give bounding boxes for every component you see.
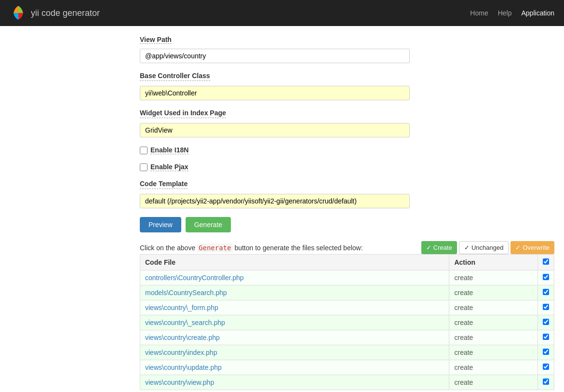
legend-buttons: ✓ Create ✓ Unchanged ✓ Overwrite (421, 241, 554, 254)
enable-i18n-checkbox[interactable] (140, 147, 148, 154)
create-check-icon: ✓ (426, 244, 431, 251)
file-link[interactable]: views\country\update.php (145, 364, 222, 371)
base-controller-input[interactable] (140, 86, 410, 100)
info-generate-word: Generate (197, 243, 232, 252)
row-checkbox-cell (538, 360, 554, 375)
legend-create-label: Create (433, 244, 452, 251)
legend-unchanged-btn[interactable]: ✓ Unchanged (459, 241, 509, 254)
row-checkbox[interactable] (543, 334, 549, 340)
row-checkbox[interactable] (543, 289, 549, 295)
action-cell: create (449, 270, 538, 285)
row-checkbox-cell (538, 285, 554, 300)
view-path-label: View Path (140, 36, 172, 44)
row-checkbox-cell (538, 345, 554, 360)
legend-overwrite-label: Overwrite (523, 244, 550, 251)
widget-label: Widget Used in Index Page (140, 109, 226, 118)
navbar: yii code generator Home Help Application (0, 0, 564, 26)
main-content: View Path Base Controller Class Widget U… (0, 26, 564, 392)
file-cell: views\country\update.php (140, 360, 449, 375)
table-row: views\country\create.phpcreate (140, 330, 554, 345)
nav-application[interactable]: Application (522, 9, 555, 17)
table-row: views\country\index.phpcreate (140, 345, 554, 360)
view-path-group: View Path (140, 36, 554, 63)
code-template-group: Code Template (140, 180, 554, 208)
row-checkbox[interactable] (543, 274, 549, 280)
row-checkbox[interactable] (543, 304, 549, 310)
col-action: Action (449, 255, 538, 270)
row-checkbox[interactable] (543, 378, 549, 385)
base-controller-label: Base Controller Class (140, 72, 210, 81)
enable-i18n-label: Enable I18N (150, 146, 188, 154)
row-checkbox-cell (538, 375, 554, 390)
file-link[interactable]: models\CountrySearch.php (145, 289, 227, 297)
file-cell: views\country\view.php (140, 375, 449, 390)
col-code-file: Code File (140, 255, 449, 270)
action-cell: create (449, 375, 538, 390)
legend-unchanged-label: Unchanged (471, 244, 504, 251)
overwrite-check-icon: ✓ (515, 244, 521, 251)
info-text-after: button to generate the files selected be… (234, 244, 363, 252)
file-link[interactable]: views\country\index.php (145, 349, 217, 356)
file-link[interactable]: views\country\create.php (145, 334, 220, 341)
widget-group: Widget Used in Index Page (140, 109, 554, 137)
base-controller-group: Base Controller Class (140, 72, 554, 100)
enable-pjax-label: Enable Pjax (150, 163, 188, 171)
info-text: Click on the above Generate button to ge… (140, 244, 363, 252)
app-title: yii code generator (31, 8, 100, 18)
action-cell: create (449, 285, 538, 300)
file-cell: views\country\_form.php (140, 300, 449, 315)
view-path-input[interactable] (140, 49, 410, 63)
unchanged-check-icon: ✓ (464, 244, 470, 251)
action-cell: create (449, 345, 538, 360)
action-cell: create (449, 360, 538, 375)
info-bar: Click on the above Generate button to ge… (140, 241, 554, 254)
table-row: views\country\view.phpcreate (140, 375, 554, 390)
yii-logo (10, 4, 27, 22)
file-cell: controllers\CountryController.php (140, 270, 449, 285)
info-text-before: Click on the above (140, 244, 195, 252)
legend-create-btn[interactable]: ✓ Create (421, 241, 457, 254)
table-row: controllers\CountryController.phpcreate (140, 270, 554, 285)
file-cell: models\CountrySearch.php (140, 285, 449, 300)
row-checkbox-cell (538, 330, 554, 345)
legend-overwrite-btn[interactable]: ✓ Overwrite (510, 241, 554, 254)
enable-pjax-group: Enable Pjax (140, 163, 554, 171)
file-link[interactable]: views\country\_form.php (145, 304, 218, 311)
table-row: views\country\update.phpcreate (140, 360, 554, 375)
row-checkbox[interactable] (543, 319, 549, 325)
preview-button[interactable]: Preview (140, 217, 181, 232)
enable-pjax-checkbox[interactable] (140, 163, 148, 171)
select-all-checkbox[interactable] (543, 258, 549, 265)
file-cell: views\country\create.php (140, 330, 449, 345)
code-template-input[interactable] (140, 194, 410, 208)
file-cell: views\country\index.php (140, 345, 449, 360)
nav-links: Home Help Application (470, 9, 554, 17)
file-link[interactable]: views\country\_search.php (145, 319, 225, 326)
row-checkbox-cell (538, 315, 554, 330)
nav-help[interactable]: Help (498, 9, 512, 17)
action-cell: create (449, 330, 538, 345)
row-checkbox[interactable] (543, 349, 549, 355)
action-cell: create (449, 315, 538, 330)
col-checkbox-header[interactable] (538, 255, 554, 270)
enable-i18n-group: Enable I18N (140, 146, 554, 154)
action-buttons: Preview Generate (140, 217, 554, 232)
row-checkbox[interactable] (543, 364, 549, 370)
generate-button[interactable]: Generate (186, 217, 231, 232)
files-table: Code File Action controllers\CountryCont… (140, 254, 554, 390)
file-link[interactable]: views\country\view.php (145, 378, 214, 386)
table-row: views\country\_search.phpcreate (140, 315, 554, 330)
file-link[interactable]: controllers\CountryController.php (145, 274, 244, 282)
action-cell: create (449, 300, 538, 315)
nav-home[interactable]: Home (470, 9, 488, 17)
table-row: views\country\_form.phpcreate (140, 300, 554, 315)
row-checkbox-cell (538, 300, 554, 315)
brand: yii code generator (10, 4, 100, 22)
file-cell: views\country\_search.php (140, 315, 449, 330)
code-template-label: Code Template (140, 180, 188, 189)
widget-input[interactable] (140, 123, 410, 137)
table-row: models\CountrySearch.phpcreate (140, 285, 554, 300)
row-checkbox-cell (538, 270, 554, 285)
